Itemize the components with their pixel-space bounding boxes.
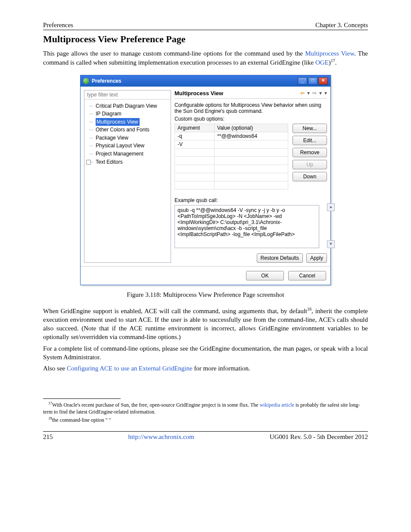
qsub-options-table[interactable]: Argument Value (optional) -q **@@windows… [174, 124, 288, 190]
tree-item-text-editors[interactable]: + Text Editors [86, 158, 169, 166]
forward-dropdown-icon[interactable]: ▾ [319, 90, 322, 96]
tree-item-physical-layout[interactable]: Physical Layout View [86, 142, 169, 150]
restore-defaults-button[interactable]: Restore Defaults [257, 253, 303, 263]
link-multiprocess-view[interactable]: Multiprocess View [305, 50, 354, 57]
intro-paragraph: This page allows the user to manage cust… [43, 49, 368, 67]
remove-button[interactable]: Remove [293, 148, 327, 157]
expand-icon[interactable]: + [87, 159, 90, 163]
paragraph-2: When GridEngine support is enabled, ACE … [43, 306, 368, 342]
tree-item-other-colors[interactable]: Other Colors and Fonts [86, 126, 169, 134]
footer-url[interactable]: http://www.achronix.com [128, 433, 194, 441]
down-button[interactable]: Down [293, 172, 327, 181]
link-oge[interactable]: OGE [315, 59, 329, 66]
app-icon [83, 78, 89, 84]
tree-item-package-view[interactable]: Package View [86, 134, 169, 142]
footnote-ref-18[interactable]: 18 [307, 307, 311, 311]
tree-item-multiprocess-view[interactable]: Multiprocess View [96, 118, 140, 126]
paragraph-4: Also see Configuring ACE to use an Exter… [43, 364, 368, 373]
maximize-button[interactable]: □ [308, 77, 318, 85]
ok-button[interactable]: OK [246, 271, 284, 280]
page-number: 215 [43, 433, 53, 441]
new-button[interactable]: New... [293, 124, 327, 133]
footer-rule [43, 431, 368, 432]
table-row[interactable]: -V [175, 140, 288, 148]
link-configuring-ace[interactable]: Configuring ACE to use an External GridE… [67, 365, 193, 372]
figure-caption: Figure 3.118: Multiprocess View Preferen… [43, 291, 368, 299]
right-panel-title: Multiprocess View [174, 90, 223, 96]
link-wikipedia-article[interactable]: wikipedia article [260, 402, 294, 408]
back-dropdown-icon[interactable]: ▾ [307, 90, 310, 96]
tree-item-ip-diagram[interactable]: IP Diagram [86, 110, 169, 118]
close-button[interactable]: ✕ [318, 77, 328, 85]
minimize-button[interactable]: _ [298, 77, 307, 85]
cancel-button[interactable]: Cancel [288, 271, 326, 280]
footnote-17: 17With Oracle's recent purchase of Sun, … [43, 401, 368, 415]
footnote-ref-17[interactable]: 17 [331, 58, 335, 63]
back-icon[interactable]: ⇦ [300, 90, 305, 96]
preferences-dialog: Preferences _ □ ✕ Critical Path Diagram … [80, 75, 331, 285]
header-right: Chapter 3. Concepts [315, 22, 368, 29]
dialog-titlebar[interactable]: Preferences _ □ ✕ [81, 75, 330, 87]
footnote-rule [43, 398, 121, 399]
preferences-tree: Critical Path Diagram View IP Diagram Mu… [84, 100, 171, 169]
tree-item-critical-path[interactable]: Critical Path Diagram View [86, 102, 169, 110]
scroll-down-icon[interactable]: ▼ [327, 240, 335, 248]
col-value[interactable]: Value (optional) [215, 124, 288, 132]
forward-icon[interactable]: ⇨ [312, 90, 317, 96]
col-argument[interactable]: Argument [175, 124, 215, 132]
filter-input[interactable] [84, 90, 171, 100]
paragraph-3: For a complete list of command-line opti… [43, 344, 368, 362]
tree-panel: Critical Path Diagram View IP Diagram Mu… [84, 90, 171, 263]
scroll-up-icon[interactable]: ▲ [327, 203, 335, 211]
edit-button[interactable]: Edit... [293, 136, 327, 145]
table-row[interactable]: -q **@@windows64 [175, 132, 288, 140]
tree-item-project-management[interactable]: Project Management [86, 150, 169, 158]
footer-revision: UG001 Rev. 5.0 - 5th December 2012 [270, 433, 368, 441]
example-label: Example qsub call: [174, 197, 327, 203]
custom-options-label: Custom qsub options: [174, 116, 327, 122]
footnote-18: 18the command-line option " " [43, 416, 368, 423]
header-left: Preferences [43, 22, 73, 29]
apply-button[interactable]: Apply [306, 253, 327, 263]
right-panel-desc: Configurable options for Multiprocess Vi… [174, 102, 327, 114]
section-title: Multiprocess View Preference Page [43, 34, 368, 45]
up-button[interactable]: Up [293, 160, 327, 169]
example-textarea[interactable]: qsub -q **@@windows64 -V -sync y -j y -b… [174, 205, 319, 248]
menu-dropdown-icon[interactable]: ▾ [324, 90, 327, 96]
dialog-title: Preferences [92, 78, 121, 84]
